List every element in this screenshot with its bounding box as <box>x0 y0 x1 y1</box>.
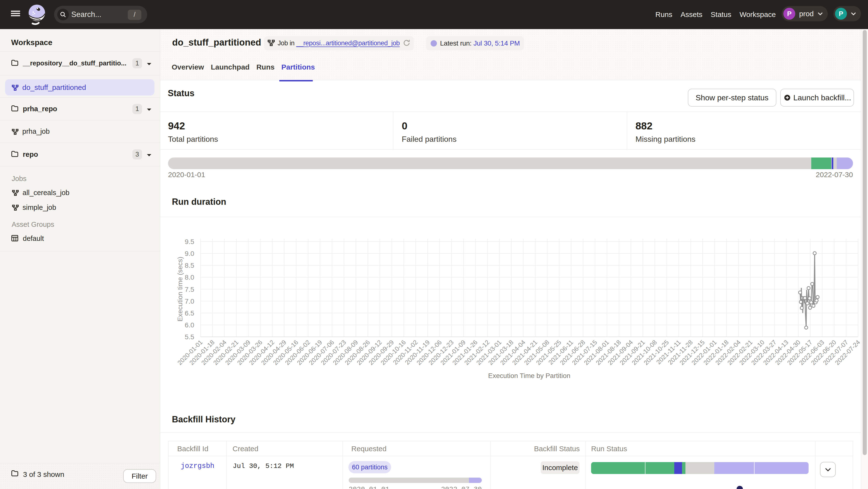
svg-text:8.5: 8.5 <box>185 262 194 269</box>
svg-text:8.0: 8.0 <box>185 273 194 281</box>
svg-text:Execution time (secs): Execution time (secs) <box>176 257 184 322</box>
svg-text:7.5: 7.5 <box>185 286 194 293</box>
svg-text:9.0: 9.0 <box>185 250 194 257</box>
svg-text:6.5: 6.5 <box>185 309 194 317</box>
svg-text:7.0: 7.0 <box>185 298 194 305</box>
svg-text:6.0: 6.0 <box>185 321 194 329</box>
svg-text:9.5: 9.5 <box>185 238 194 246</box>
svg-text:Execution Time by Partition: Execution Time by Partition <box>488 372 570 380</box>
svg-text:5.5: 5.5 <box>185 333 194 341</box>
